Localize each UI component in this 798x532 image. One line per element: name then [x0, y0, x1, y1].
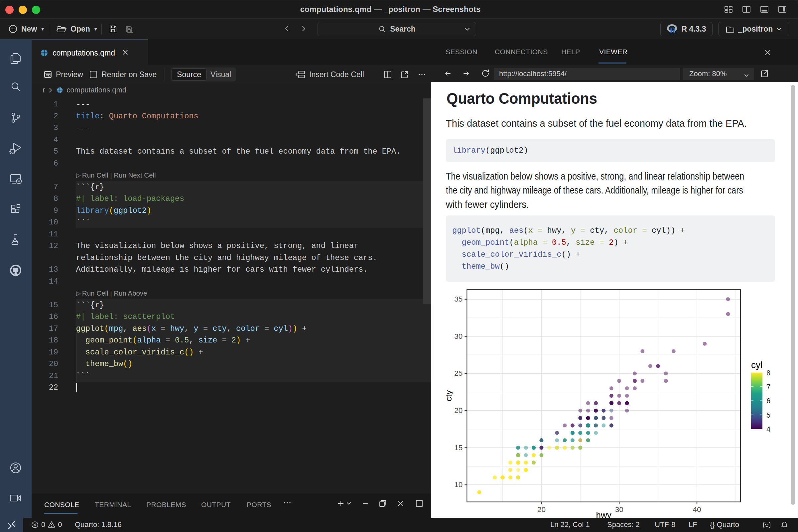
svg-text:30: 30: [615, 506, 624, 514]
svg-text:6: 6: [766, 397, 771, 405]
svg-text:25: 25: [454, 369, 462, 377]
svg-text:30: 30: [454, 332, 462, 341]
svg-text:4: 4: [766, 425, 771, 433]
svg-text:cyl: cyl: [751, 360, 762, 370]
svg-text:10: 10: [454, 480, 462, 489]
svg-text:5: 5: [766, 411, 771, 419]
svg-text:15: 15: [454, 443, 462, 452]
svg-text:20: 20: [537, 506, 546, 514]
svg-text:8: 8: [766, 369, 771, 377]
svg-text:35: 35: [454, 295, 462, 303]
svg-text:7: 7: [766, 383, 771, 391]
svg-text:40: 40: [692, 506, 701, 514]
svg-text:cty: cty: [443, 390, 454, 401]
svg-text:20: 20: [454, 406, 462, 415]
